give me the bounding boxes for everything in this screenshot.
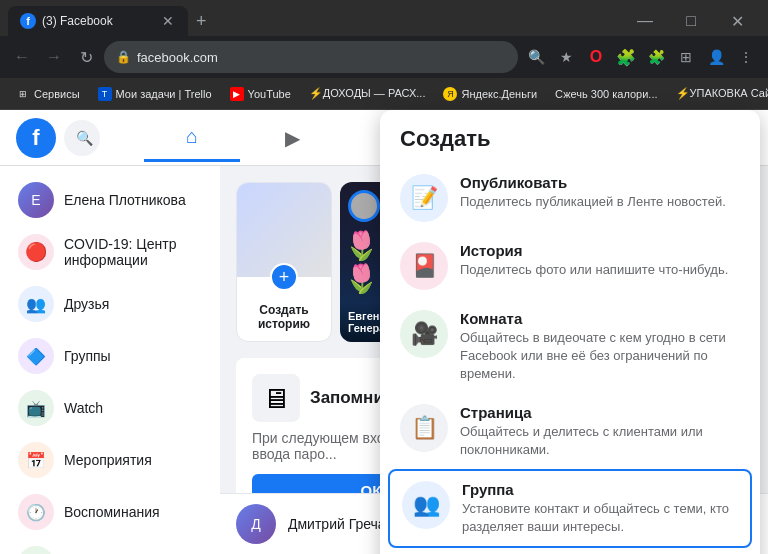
bookmark-calories[interactable]: Сжечь 300 калори... bbox=[547, 85, 666, 103]
publish-content: Опубликовать Поделитесь публикацией в Ле… bbox=[460, 174, 740, 211]
address-bar: ← → ↻ 🔒 facebook.com 🔍 ★ O 🧩 🧩 ⊞ 👤 ⋮ bbox=[0, 36, 768, 78]
trello-favicon: T bbox=[98, 87, 112, 101]
page-desc: Общайтесь и делитесь с клиентами или пок… bbox=[460, 423, 740, 459]
story-content: История Поделитесь фото или напишите что… bbox=[460, 242, 740, 279]
refresh-button[interactable]: ↻ bbox=[72, 43, 100, 71]
opera-icon[interactable]: O bbox=[582, 43, 610, 71]
services-favicon: ⊞ bbox=[16, 87, 30, 101]
groups-label: Группы bbox=[64, 348, 111, 364]
bookmark-youtube-label: YouTube bbox=[248, 88, 291, 100]
publish-desc: Поделитесь публикацией в Ленте новостей. bbox=[460, 193, 740, 211]
create-menu-item-event[interactable]: 📅 Мероприятие Соберите людей вместе на о… bbox=[388, 548, 752, 554]
story-desc: Поделитесь фото или напишите что-нибудь. bbox=[460, 261, 740, 279]
left-sidebar: Е Елена Плотникова 🔴 COVID-19: Центр инф… bbox=[0, 166, 220, 554]
nav-watch[interactable]: ▶ bbox=[244, 114, 340, 162]
page-icon: 📋 bbox=[400, 404, 448, 452]
sidebar-item-watch[interactable]: 📺 Watch bbox=[8, 382, 212, 434]
home-icon: ⌂ bbox=[186, 125, 198, 148]
saved-icon: 🔖 bbox=[18, 546, 54, 554]
sidebar-item-memories[interactable]: 🕐 Воспоминания bbox=[8, 486, 212, 538]
bookmark-packing-label: ⚡УПАКОВКА Сайта... bbox=[676, 87, 768, 100]
toolbar-icons: 🔍 ★ O 🧩 🧩 ⊞ 👤 ⋮ bbox=[522, 43, 760, 71]
reminder-icon: 🖥 bbox=[252, 374, 300, 422]
publish-icon: 📝 bbox=[400, 174, 448, 222]
evgenia-avatar bbox=[348, 190, 380, 222]
bookmarks-bar: ⊞ Сервисы T Мои задачи | Trello ▶ YouTub… bbox=[0, 78, 768, 110]
page-content: Страница Общайтесь и делитесь с клиентам… bbox=[460, 404, 740, 459]
star-icon[interactable]: ★ bbox=[552, 43, 580, 71]
forward-button[interactable]: → bbox=[40, 43, 68, 71]
profile-icon[interactable]: 👤 bbox=[702, 43, 730, 71]
story-icon: 🎴 bbox=[400, 242, 448, 290]
back-button[interactable]: ← bbox=[8, 43, 36, 71]
bookmark-calories-label: Сжечь 300 калори... bbox=[555, 88, 658, 100]
create-menu-item-group[interactable]: 👥 Группа Установите контакт и общайтесь … bbox=[388, 469, 752, 548]
bookmark-yandex[interactable]: Я Яндекс.Деньги bbox=[435, 84, 545, 104]
create-menu-item-publish[interactable]: 📝 Опубликовать Поделитесь публикацией в … bbox=[388, 164, 752, 232]
covid-icon: 🔴 bbox=[18, 234, 54, 270]
nav-home[interactable]: ⌂ bbox=[144, 114, 240, 162]
bookmark-income[interactable]: ⚡ДОХОДЫ — РАСХ... bbox=[301, 84, 434, 103]
bookmark-youtube[interactable]: ▶ YouTube bbox=[222, 84, 299, 104]
maximize-button[interactable]: □ bbox=[668, 7, 714, 35]
minimize-button[interactable]: — bbox=[622, 7, 668, 35]
story-create-photo: + bbox=[237, 183, 331, 277]
bookmark-services[interactable]: ⊞ Сервисы bbox=[8, 84, 88, 104]
memories-label: Воспоминания bbox=[64, 504, 160, 520]
tab-close-button[interactable]: ✕ bbox=[160, 11, 176, 31]
bookmark-yandex-label: Яндекс.Деньги bbox=[461, 88, 537, 100]
group-desc: Установите контакт и общайтесь с теми, к… bbox=[462, 500, 738, 536]
facebook-logo: f bbox=[16, 118, 56, 158]
sidebar-item-events[interactable]: 📅 Мероприятия bbox=[8, 434, 212, 486]
user-avatar: Е bbox=[18, 182, 54, 218]
search-icon: 🔍 bbox=[76, 130, 93, 146]
sidebar-item-friends[interactable]: 👥 Друзья bbox=[8, 278, 212, 330]
search-box[interactable]: 🔍 bbox=[64, 120, 100, 156]
user-name-label: Елена Плотникова bbox=[64, 192, 186, 208]
sidebar-item-user[interactable]: Е Елена Плотникова bbox=[8, 174, 212, 226]
covid-label: COVID-19: Центр информации bbox=[64, 236, 202, 268]
url-text: facebook.com bbox=[137, 50, 506, 65]
memories-icon: 🕐 bbox=[18, 494, 54, 530]
menu-icon[interactable]: ⋮ bbox=[732, 43, 760, 71]
create-menu-item-room[interactable]: 🎥 Комната Общайтесь в видеочате с кем уг… bbox=[388, 300, 752, 394]
groups-icon: 🔷 bbox=[18, 338, 54, 374]
bookmark-icon[interactable]: ⊞ bbox=[672, 43, 700, 71]
sidebar-item-groups[interactable]: 🔷 Группы bbox=[8, 330, 212, 382]
bookmark-income-label: ⚡ДОХОДЫ — РАСХ... bbox=[309, 87, 426, 100]
friends-label: Друзья bbox=[64, 296, 109, 312]
room-title: Комната bbox=[460, 310, 740, 327]
create-dropdown-menu: Создать 📝 Опубликовать Поделитесь публик… bbox=[380, 110, 760, 554]
room-content: Комната Общайтесь в видеочате с кем угод… bbox=[460, 310, 740, 384]
create-story-label: Создать историю bbox=[237, 297, 331, 341]
tab-favicon: f bbox=[20, 13, 36, 29]
close-window-button[interactable]: ✕ bbox=[714, 7, 760, 35]
sidebar-item-saved[interactable]: 🔖 Сохраненное bbox=[8, 538, 212, 554]
tab-title: (3) Facebook bbox=[42, 14, 160, 28]
group-content: Группа Установите контакт и общайтесь с … bbox=[462, 481, 738, 536]
create-story-card[interactable]: + Создать историю bbox=[236, 182, 332, 342]
url-input[interactable]: 🔒 facebook.com bbox=[104, 41, 518, 73]
watch-sidebar-icon: 📺 bbox=[18, 390, 54, 426]
more-icon[interactable]: 🧩 bbox=[642, 43, 670, 71]
active-tab[interactable]: f (3) Facebook ✕ bbox=[8, 6, 188, 36]
sidebar-item-covid[interactable]: 🔴 COVID-19: Центр информации bbox=[8, 226, 212, 278]
friends-icon: 👥 bbox=[18, 286, 54, 322]
watch-icon: ▶ bbox=[285, 126, 300, 150]
search-toolbar-icon[interactable]: 🔍 bbox=[522, 43, 550, 71]
story-create-plus-icon: + bbox=[270, 263, 298, 291]
group-icon: 👥 bbox=[402, 481, 450, 529]
new-tab-button[interactable]: + bbox=[188, 7, 215, 36]
youtube-favicon: ▶ bbox=[230, 87, 244, 101]
publish-title: Опубликовать bbox=[460, 174, 740, 191]
page-title: Страница bbox=[460, 404, 740, 421]
lock-icon: 🔒 bbox=[116, 50, 131, 64]
bookmark-packing[interactable]: ⚡УПАКОВКА Сайта... bbox=[668, 84, 768, 103]
bookmark-trello-label: Мои задачи | Trello bbox=[116, 88, 212, 100]
ext-icon[interactable]: 🧩 bbox=[612, 43, 640, 71]
create-menu-item-story[interactable]: 🎴 История Поделитесь фото или напишите ч… bbox=[388, 232, 752, 300]
create-menu-item-page[interactable]: 📋 Страница Общайтесь и делитесь с клиент… bbox=[388, 394, 752, 469]
group-title: Группа bbox=[462, 481, 738, 498]
bookmark-trello[interactable]: T Мои задачи | Trello bbox=[90, 84, 220, 104]
bookmark-services-label: Сервисы bbox=[34, 88, 80, 100]
